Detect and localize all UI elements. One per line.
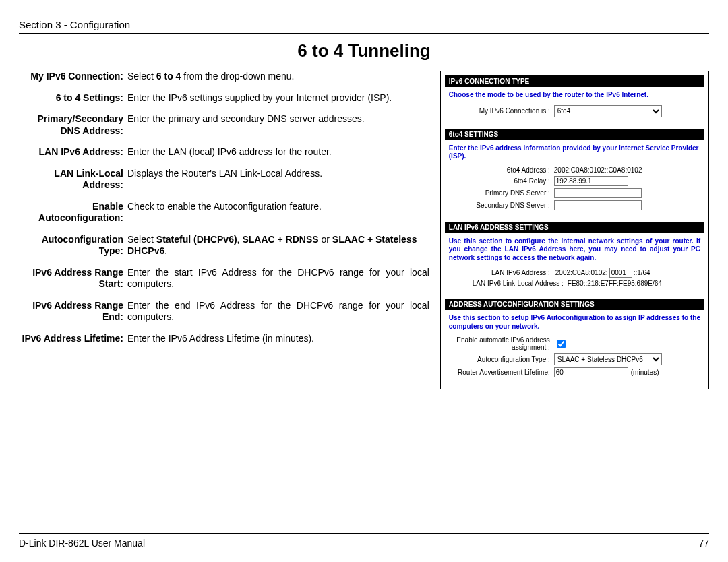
def-range-start: IPv6 Address Range Start: Enter the star… xyxy=(19,267,429,290)
def-desc: Enter the IPv6 Address Lifetime (in minu… xyxy=(127,333,429,345)
def-desc: Select Stateful (DHCPv6), SLAAC + RDNSS … xyxy=(127,234,429,257)
row-router-lifetime: Router Advertisement Lifetime: (minutes) xyxy=(449,367,700,377)
secondary-dns-input[interactable] xyxy=(554,200,642,210)
def-term: Autoconfiguration Type: xyxy=(19,234,127,257)
lan-ipv6-input[interactable] xyxy=(609,268,632,278)
row-lan-ipv6-address: LAN IPv6 Address : 2002:C0A8:0102: ::1/6… xyxy=(449,268,700,278)
panel-header-autoconfig: ADDRESS AUTOCONFIGURATION SETTINGS xyxy=(445,299,704,310)
def-desc: Enter the start IPv6 Address for the DHC… xyxy=(127,267,429,290)
def-range-end: IPv6 Address Range End: Enter the end IP… xyxy=(19,300,429,323)
def-term: IPv6 Address Range End: xyxy=(19,300,127,323)
def-lan-link-local: LAN Link-Local Address: Displays the Rou… xyxy=(19,168,429,191)
panel-help: Use this section to configure the intern… xyxy=(449,237,700,263)
form-label: Router Advertisement Lifetime: xyxy=(449,369,554,376)
def-term: IPv6 Address Range Start: xyxy=(19,267,127,290)
def-enable-autoconfig: Enable Autoconfiguration: Check to enabl… xyxy=(19,201,429,224)
def-term: LAN IPv6 Address: xyxy=(19,146,127,158)
form-label: Autoconfiguration Type : xyxy=(449,356,554,363)
row-6to4-address: 6to4 Address : 2002:C0A8:0102::C0A8:0102 xyxy=(449,166,700,174)
lan-ipv6-prefix: 2002:C0A8:0102: xyxy=(555,269,608,276)
def-term: 6 to 4 Settings: xyxy=(19,92,127,104)
def-desc: Enter the end IPv6 Address for the DHCPv… xyxy=(127,300,429,323)
form-label: 6to4 Address : xyxy=(449,166,554,174)
my-ipv6-connection-select[interactable]: 6to4 xyxy=(554,105,662,117)
router-settings-panel: IPv6 CONNECTION TYPE Choose the mode to … xyxy=(440,71,709,389)
def-lan-ipv6-address: LAN IPv6 Address: Enter the LAN (local) … xyxy=(19,146,429,158)
row-secondary-dns: Secondary DNS Server : xyxy=(449,200,700,210)
row-6to4-relay: 6to4 Relay : xyxy=(449,176,700,186)
6to4-address-value: 2002:C0A8:0102::C0A8:0102 xyxy=(554,166,642,174)
form-label: LAN IPv6 Address : xyxy=(449,269,554,276)
footer-manual-name: D-Link DIR-862L User Manual xyxy=(19,538,145,549)
def-term: Primary/Secondary DNS Address: xyxy=(19,113,127,137)
def-desc: Displays the Router's LAN Link-Local Add… xyxy=(127,168,429,191)
def-term: IPv6 Address Lifetime: xyxy=(19,333,127,345)
def-ipv6-lifetime: IPv6 Address Lifetime: Enter the IPv6 Ad… xyxy=(19,333,429,345)
def-desc: Check to enable the Autoconfiguration fe… xyxy=(127,201,429,224)
form-label: Primary DNS Server : xyxy=(449,189,554,197)
panel-header-connection: IPv6 CONNECTION TYPE xyxy=(445,75,704,87)
panel-header-lan: LAN IPv6 ADDRESS SETTINGS xyxy=(445,222,704,233)
panel-help: Enter the IPv6 address information provi… xyxy=(449,144,700,161)
panel-help: Choose the mode to be used by the router… xyxy=(449,91,700,100)
form-label: Secondary DNS Server : xyxy=(449,201,554,209)
def-dns-address: Primary/Secondary DNS Address: Enter the… xyxy=(19,113,429,137)
router-lifetime-input[interactable] xyxy=(554,367,628,377)
def-term: LAN Link-Local Address: xyxy=(19,168,127,191)
panel-help: Use this section to setup IPv6 Autoconfi… xyxy=(449,314,700,331)
lan-ipv6-suffix: ::1/64 xyxy=(634,269,650,276)
def-desc: Enter the primary and secondary DNS serv… xyxy=(127,113,429,137)
def-term: My IPv6 Connection: xyxy=(19,71,127,83)
row-autoconfig-type: Autoconfiguration Type : SLAAC + Statele… xyxy=(449,353,700,365)
form-label: 6to4 Relay : xyxy=(449,177,554,185)
form-label: LAN IPv6 Link-Local Address : xyxy=(449,280,568,287)
lifetime-unit: (minutes) xyxy=(631,369,659,376)
def-6to4-settings: 6 to 4 Settings: Enter the IPv6 settings… xyxy=(19,92,429,104)
def-term: Enable Autoconfiguration: xyxy=(19,201,127,224)
6to4-relay-input[interactable] xyxy=(554,176,628,186)
row-enable-auto: Enable automatic IPv6 address assignment… xyxy=(449,336,700,351)
def-autoconfig-type: Autoconfiguration Type: Select Stateful … xyxy=(19,234,429,257)
def-my-ipv6-connection: My IPv6 Connection: Select 6 to 4 from t… xyxy=(19,71,429,83)
form-label: My IPv6 Connection is : xyxy=(449,107,554,115)
row-lan-link-local: LAN IPv6 Link-Local Address : FE80::218:… xyxy=(449,280,700,287)
row-primary-dns: Primary DNS Server : xyxy=(449,188,700,198)
page-footer: D-Link DIR-862L User Manual 77 xyxy=(19,533,709,549)
content-area: My IPv6 Connection: Select 6 to 4 from t… xyxy=(19,71,709,389)
lan-link-local-value: FE80::218:E7FF:FE95:689E/64 xyxy=(568,280,662,287)
def-desc: Enter the IPv6 settings supplied by your… xyxy=(127,92,429,104)
page-title: 6 to 4 Tunneling xyxy=(19,40,709,61)
def-desc: Enter the LAN (local) IPv6 address for t… xyxy=(127,146,429,158)
footer-page-number: 77 xyxy=(698,538,709,549)
enable-auto-checkbox[interactable] xyxy=(557,340,566,348)
section-header: Section 3 - Configuration xyxy=(19,19,709,34)
autoconfig-type-select[interactable]: SLAAC + Stateless DHCPv6 xyxy=(554,353,662,365)
form-label: Enable automatic IPv6 address assignment… xyxy=(449,336,554,351)
row-my-ipv6-connection: My IPv6 Connection is : 6to4 xyxy=(449,105,700,117)
def-desc: Select 6 to 4 from the drop-down menu. xyxy=(127,71,429,83)
definitions-column: My IPv6 Connection: Select 6 to 4 from t… xyxy=(19,71,429,389)
panel-header-6to4: 6to4 SETTINGS xyxy=(445,129,704,140)
primary-dns-input[interactable] xyxy=(554,188,642,198)
